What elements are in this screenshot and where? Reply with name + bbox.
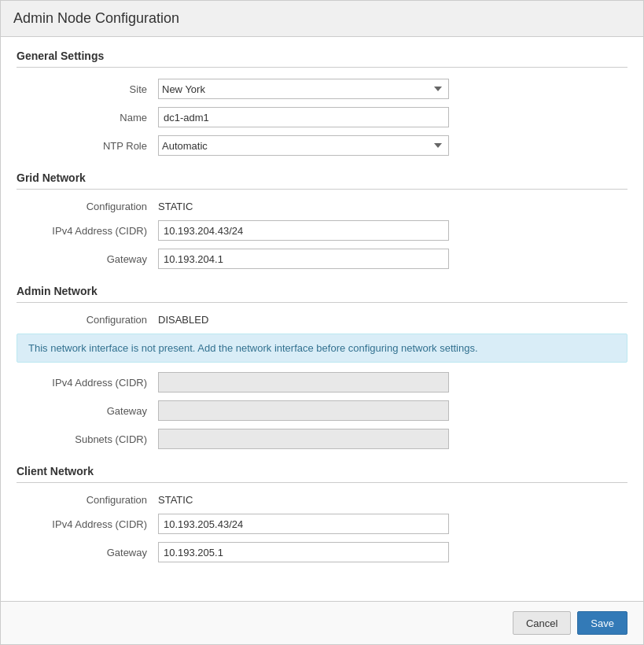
client-gateway-label: Gateway xyxy=(17,547,158,558)
save-button[interactable]: Save xyxy=(577,611,627,635)
client-gateway-input[interactable] xyxy=(158,542,449,562)
client-ipv4-row: IPv4 Address (CIDR) xyxy=(17,514,627,534)
admin-network-title: Admin Network xyxy=(17,285,627,303)
client-config-label: Configuration xyxy=(17,494,158,506)
cancel-button[interactable]: Cancel xyxy=(513,611,571,635)
name-label: Name xyxy=(17,112,158,123)
admin-subnets-input xyxy=(158,429,449,449)
grid-ipv4-input[interactable] xyxy=(158,220,449,241)
ntp-role-label: NTP Role xyxy=(17,140,158,152)
page-content: General Settings Site New York Chicago L… xyxy=(1,37,643,601)
grid-gateway-row: Gateway xyxy=(17,249,627,269)
name-row: Name xyxy=(17,107,627,127)
ntp-role-row: NTP Role Automatic Primary Client xyxy=(17,135,627,156)
client-network-title: Client Network xyxy=(17,465,627,483)
admin-network-alert: This network interface is not present. A… xyxy=(17,334,627,363)
admin-config-row: Configuration DISABLED xyxy=(17,314,627,326)
admin-gateway-row: Gateway xyxy=(17,400,627,421)
page-footer: Cancel Save xyxy=(1,601,643,644)
site-row: Site New York Chicago Los Angeles xyxy=(17,79,627,99)
admin-subnets-label: Subnets (CIDR) xyxy=(17,433,158,445)
name-input[interactable] xyxy=(158,107,449,127)
grid-gateway-label: Gateway xyxy=(17,253,158,265)
admin-ipv4-label: IPv4 Address (CIDR) xyxy=(17,377,158,389)
admin-config-value: DISABLED xyxy=(158,314,208,326)
client-config-row: Configuration STATIC xyxy=(17,494,627,506)
client-ipv4-input[interactable] xyxy=(158,514,449,534)
client-gateway-row: Gateway xyxy=(17,542,627,562)
admin-gateway-input xyxy=(158,400,449,421)
ntp-role-select[interactable]: Automatic Primary Client xyxy=(158,135,449,156)
client-config-value: STATIC xyxy=(158,494,193,506)
page-wrapper: Admin Node Configuration General Setting… xyxy=(0,0,644,645)
grid-config-row: Configuration STATIC xyxy=(17,201,627,212)
admin-network-section: Admin Network Configuration DISABLED Thi… xyxy=(17,285,627,449)
page-title: Admin Node Configuration xyxy=(13,10,631,27)
general-settings-title: General Settings xyxy=(17,50,627,68)
admin-gateway-label: Gateway xyxy=(17,405,158,417)
grid-gateway-input[interactable] xyxy=(158,249,449,269)
admin-subnets-row: Subnets (CIDR) xyxy=(17,429,627,449)
site-label: Site xyxy=(17,83,158,95)
admin-config-label: Configuration xyxy=(17,314,158,326)
grid-config-value: STATIC xyxy=(158,201,193,212)
general-settings-section: General Settings Site New York Chicago L… xyxy=(17,50,627,156)
client-network-section: Client Network Configuration STATIC IPv4… xyxy=(17,465,627,562)
grid-ipv4-row: IPv4 Address (CIDR) xyxy=(17,220,627,241)
grid-ipv4-label: IPv4 Address (CIDR) xyxy=(17,225,158,237)
grid-config-label: Configuration xyxy=(17,201,158,212)
site-select[interactable]: New York Chicago Los Angeles xyxy=(158,79,449,99)
admin-ipv4-input xyxy=(158,372,449,393)
admin-ipv4-row: IPv4 Address (CIDR) xyxy=(17,372,627,393)
grid-network-title: Grid Network xyxy=(17,171,627,190)
client-ipv4-label: IPv4 Address (CIDR) xyxy=(17,518,158,530)
grid-network-section: Grid Network Configuration STATIC IPv4 A… xyxy=(17,171,627,269)
page-header: Admin Node Configuration xyxy=(1,1,643,37)
